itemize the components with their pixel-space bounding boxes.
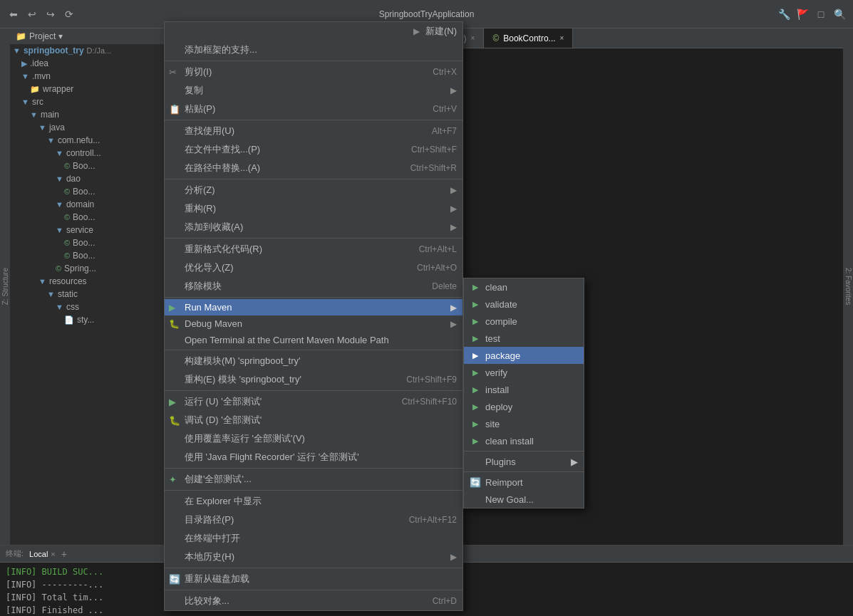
- maven-item-clean-install[interactable]: ▶ clean install: [464, 432, 584, 449]
- maven-item-install[interactable]: ▶ install: [464, 381, 584, 398]
- maven-label-deploy: deploy: [485, 402, 512, 412]
- tree-item-domain[interactable]: ▼ domain: [10, 198, 180, 211]
- tree-item-spring[interactable]: © Spring...: [10, 262, 180, 275]
- toolbar-icon-search[interactable]: 🔍: [832, 6, 847, 22]
- ctx-shortcut-reformat: Ctrl+Alt+L: [419, 244, 457, 254]
- tree-item-sty[interactable]: 📄 sty...: [10, 313, 180, 326]
- ctx-item-create-all-tests[interactable]: ✦ 创建'全部测试'...: [165, 470, 462, 489]
- ctx-label-paste: 粘贴(P): [185, 103, 215, 115]
- ctx-label-add-framework: 添加框架的支持...: [185, 43, 257, 56]
- ctx-label-build-module: 构建模块(M) 'springboot_try': [185, 355, 300, 367]
- tree-item-dao[interactable]: ▼ dao: [10, 172, 180, 185]
- tree-item-mvn[interactable]: ▼ .mvn: [10, 70, 180, 83]
- maven-item-package[interactable]: ▶ package: [464, 347, 584, 364]
- tree-item-resources[interactable]: ▼ resources: [10, 275, 180, 288]
- tree-icon-controller: ▼: [56, 149, 63, 157]
- maven-item-validate[interactable]: ▶ validate: [464, 296, 584, 313]
- ctx-item-dir-path[interactable]: 目录路径(P) Ctrl+Alt+F12: [165, 511, 462, 529]
- tree-item-controller[interactable]: ▼ controll...: [10, 147, 180, 160]
- ctx-item-new[interactable]: ▶ 新建(N): [165, 22, 462, 41]
- terminal-tab-close[interactable]: ×: [51, 550, 55, 558]
- ctx-item-open-in-terminal[interactable]: 在终端中打开: [165, 529, 462, 548]
- tab-close-book[interactable]: ×: [560, 34, 564, 42]
- maven-item-reimport[interactable]: 🔄 Reimport: [464, 474, 584, 491]
- maven-label-clean: clean: [485, 282, 507, 293]
- maven-item-verify[interactable]: ▶ verify: [464, 364, 584, 381]
- toolbar-icon-square[interactable]: □: [813, 6, 829, 22]
- ctx-item-remove-module[interactable]: 移除模块 Delete: [165, 277, 462, 296]
- tree-item-static[interactable]: ▼ static: [10, 288, 180, 301]
- maven-arrow-plugins: ▶: [571, 456, 578, 467]
- tree-item-book-ctrl[interactable]: © Boo...: [10, 160, 180, 172]
- tree-item-book-svc2[interactable]: © Boo...: [10, 249, 180, 262]
- debug-maven-icon: 🐛: [169, 319, 180, 329]
- ctx-item-local-history[interactable]: 本地历史(H) ▶: [165, 548, 462, 566]
- ctx-item-open-terminal[interactable]: Open Terminal at the Current Maven Modul…: [165, 332, 462, 348]
- ctx-item-refactor[interactable]: 重构(R) ▶: [165, 199, 462, 218]
- tab-close-pom[interactable]: ×: [471, 34, 475, 42]
- tree-item-springboot_try[interactable]: ▼ springboot_try D:/Ja...: [10, 44, 180, 57]
- ctx-item-optimize-imports[interactable]: 优化导入(Z) Ctrl+Alt+O: [165, 259, 462, 277]
- tree-item-java[interactable]: ▼ java: [10, 121, 180, 134]
- toolbar-icon-forward[interactable]: ↪: [43, 6, 58, 22]
- maven-item-plugins[interactable]: Plugins ▶: [464, 453, 584, 470]
- ctx-item-add-favorites[interactable]: 添加到收藏(A) ▶: [165, 218, 462, 236]
- toolbar-icon-flag[interactable]: 🚩: [795, 6, 810, 22]
- ctx-item-reformat[interactable]: 重新格式化代码(R) Ctrl+Alt+L: [165, 240, 462, 259]
- ctx-item-copy[interactable]: 复制 ▶: [165, 81, 462, 100]
- ctx-item-debug-all[interactable]: 🐛 调试 (D) '全部测试': [165, 411, 462, 429]
- ctx-item-add-framework[interactable]: 添加框架的支持...: [165, 41, 462, 59]
- tree-item-main[interactable]: ▼ main: [10, 108, 180, 121]
- ctx-label-find-in-file: 在文件中查找...(P): [185, 143, 260, 156]
- ctx-item-run-maven[interactable]: ▶ Run Maven ▶: [165, 299, 462, 315]
- toolbar-icon-refresh[interactable]: ⟳: [61, 6, 77, 22]
- z-structure-panel[interactable]: Z: Structure: [0, 28, 10, 545]
- terminal-label: 终端:: [6, 548, 24, 559]
- tree-item-book-dao[interactable]: © Boo...: [10, 185, 180, 198]
- maven-icon-site: ▶: [470, 418, 481, 429]
- maven-item-site[interactable]: ▶ site: [464, 415, 584, 432]
- tree-icon-css: ▼: [56, 303, 63, 311]
- tree-item-src[interactable]: ▼ src: [10, 95, 180, 108]
- tree-item-service[interactable]: ▼ service: [10, 224, 180, 236]
- ctx-item-compare-with[interactable]: 比较对象... Ctrl+D: [165, 592, 462, 610]
- ctx-item-analyze[interactable]: 分析(Z) ▶: [165, 181, 462, 199]
- ctx-item-show-in-explorer[interactable]: 在 Explorer 中显示: [165, 492, 462, 511]
- tree-icon-module: ▼: [13, 46, 21, 55]
- toolbar-icon-back[interactable]: ↩: [24, 6, 40, 22]
- maven-icon-deploy: ▶: [470, 401, 481, 412]
- tree-item-idea[interactable]: ▶ .idea: [10, 57, 180, 70]
- ctx-item-replace-in-path[interactable]: 在路径中替换...(A) Ctrl+Shift+R: [165, 159, 462, 177]
- toolbar-icon-wrench[interactable]: 🔧: [776, 6, 792, 22]
- ctx-label-open-terminal: Open Terminal at the Current Maven Modul…: [185, 335, 389, 345]
- ctx-item-paste[interactable]: 📋 粘贴(P) Ctrl+V: [165, 100, 462, 118]
- terminal-add-tab[interactable]: +: [61, 548, 67, 560]
- maven-icon-new-goal: [470, 494, 481, 505]
- tree-item-css[interactable]: ▼ css: [10, 301, 180, 313]
- ctx-item-build-module[interactable]: 构建模块(M) 'springboot_try': [165, 352, 462, 370]
- tab-book-controller[interactable]: © BookContro... ×: [484, 28, 573, 48]
- ctx-label-reformat: 重新格式化代码(R): [185, 243, 262, 256]
- ctx-item-flight-recorder[interactable]: 使用 'Java Flight Recorder' 运行 '全部测试': [165, 448, 462, 466]
- favorites-panel[interactable]: 2: Favorites: [843, 28, 853, 545]
- maven-item-test[interactable]: ▶ test: [464, 330, 584, 347]
- ctx-item-find-in-file[interactable]: 在文件中查找...(P) Ctrl+Shift+F: [165, 140, 462, 159]
- tree-item-wrapper[interactable]: 📁 wrapper: [10, 83, 180, 95]
- tree-item-book-svc1[interactable]: © Boo...: [10, 236, 180, 249]
- ctx-item-reload-disk[interactable]: 🔄 重新从磁盘加载: [165, 570, 462, 588]
- ctx-item-cut[interactable]: ✂ 剪切(I) Ctrl+X: [165, 63, 462, 81]
- maven-item-new-goal[interactable]: New Goal...: [464, 491, 584, 508]
- ctx-item-find-usages[interactable]: 查找使用(U) Alt+F7: [165, 122, 462, 140]
- maven-item-compile[interactable]: ▶ compile: [464, 313, 584, 330]
- terminal-tab-local[interactable]: Local ×: [29, 550, 56, 558]
- maven-item-clean[interactable]: ▶ clean: [464, 278, 584, 296]
- ctx-item-coverage-all[interactable]: 使用覆盖率运行 '全部测试'(V): [165, 429, 462, 448]
- tree-item-book-domain[interactable]: © Boo...: [10, 211, 180, 224]
- ctx-item-run-all[interactable]: ▶ 运行 (U) '全部测试' Ctrl+Shift+F10: [165, 392, 462, 411]
- maven-item-deploy[interactable]: ▶ deploy: [464, 398, 584, 415]
- tree-item-com-nefu[interactable]: ▼ com.nefu...: [10, 134, 180, 147]
- sidebar-header[interactable]: 📁 Project ▾: [10, 28, 180, 44]
- ctx-item-debug-maven[interactable]: 🐛 Debug Maven ▶: [165, 315, 462, 332]
- ctx-item-rebuild-module[interactable]: 重构(E) 模块 'springboot_try' Ctrl+Shift+F9: [165, 370, 462, 389]
- toolbar-icon-1[interactable]: ⬅: [6, 6, 21, 22]
